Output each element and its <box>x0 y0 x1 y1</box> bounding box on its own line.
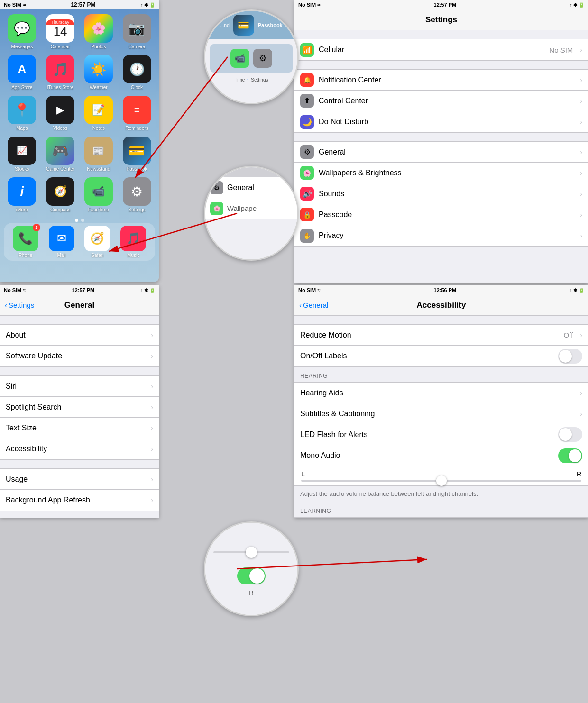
sounds-chevron: › <box>580 190 582 198</box>
settings-cell-general[interactable]: ⚙ General › <box>294 142 588 163</box>
dock-safari[interactable]: 🧭 Safari <box>84 226 110 258</box>
accessibility-title: Accessibility <box>417 301 466 310</box>
settings-cell-notifications[interactable]: 🔔 Notification Center › <box>294 70 588 91</box>
dnd-label: Do Not Disturb <box>319 118 575 126</box>
reducemotion-label: Reduce Motion <box>300 331 559 339</box>
general-back-button[interactable]: ‹ Settings <box>5 301 34 309</box>
general-cell-usage[interactable]: Usage › <box>0 469 159 490</box>
cellular-label: Cellular <box>319 46 544 54</box>
app-calendar[interactable]: Thursday 14 Calendar <box>44 14 77 49</box>
acc-cell-ledflash[interactable]: LED Flash for Alerts <box>294 424 588 445</box>
general-top-section: About › Software Update › <box>0 324 159 367</box>
spotlight-chevron: › <box>151 403 153 411</box>
controlcenter-icon: ⬆ <box>300 94 314 108</box>
dnd-icon: 🌙 <box>300 115 314 129</box>
accessibility-back-button[interactable]: ‹ General <box>299 301 328 309</box>
onofflabels-toggle[interactable] <box>558 349 582 364</box>
hearing-header: HEARING <box>294 367 588 382</box>
about-chevron: › <box>151 331 153 339</box>
section-gap-2 <box>294 61 588 69</box>
learning-header: LEARNING <box>294 502 588 517</box>
app-camera[interactable]: 📷 Camera <box>120 14 153 49</box>
dock-phone[interactable]: 📞 1 Phone <box>13 226 38 258</box>
page-dots <box>0 219 159 221</box>
audio-balance-row: L R <box>294 466 588 486</box>
reducemotion-chevron: › <box>580 331 582 339</box>
textsize-label: Text Size <box>6 424 146 432</box>
accessibility-nav-bar: ‹ General Accessibility <box>294 295 588 316</box>
app-videos[interactable]: ▶ Videos <box>44 96 77 131</box>
acc-cell-reducemotion[interactable]: Reduce Motion Off › <box>294 325 588 346</box>
settings-cell-sounds[interactable]: 🔊 Sounds › <box>294 183 588 204</box>
app-weather[interactable]: ☀️ Weather <box>83 55 115 90</box>
app-imore[interactable]: i iMore <box>6 177 38 212</box>
settings-cell-privacy[interactable]: ✋ Privacy › <box>294 225 588 246</box>
general-cell-siri[interactable]: Siri › <box>0 376 159 397</box>
slider-right-label: R <box>577 470 581 478</box>
app-gamecenter[interactable]: 🎮 Game Center <box>44 137 77 172</box>
cellular-chevron: › <box>580 46 582 54</box>
app-facetime[interactable]: 📹 FaceTime <box>83 177 115 212</box>
general-cell-softwareupdate[interactable]: Software Update › <box>0 346 159 366</box>
softwareupdate-chevron: › <box>151 352 153 360</box>
acc-section-gap-1 <box>294 316 588 324</box>
home-carrier: No SIM ≈ <box>4 2 26 8</box>
zoom-circle-1: ...nd 💳 Passbook 📹 ⚙ Time ↑ Settings <box>204 9 299 104</box>
general-cell-accessibility[interactable]: Accessibility › <box>0 438 159 459</box>
settings-cell-passcode[interactable]: 🔒 Passcode › <box>294 204 588 225</box>
accessibility-label: Accessibility <box>6 445 146 453</box>
app-reminders[interactable]: ≡ Reminders <box>120 96 153 131</box>
ledflash-toggle[interactable] <box>558 427 582 442</box>
dock-music[interactable]: 🎵 Music <box>120 226 146 258</box>
general-bottom-section: Usage › Background App Refresh › <box>0 468 159 511</box>
general-cell-bgrefresh[interactable]: Background App Refresh › <box>0 490 159 511</box>
app-newsstand[interactable]: 📰 Newsstand <box>83 137 115 172</box>
settings-cell-cellular[interactable]: 📶 Cellular No SIM › <box>294 39 588 60</box>
app-messages[interactable]: 💬 Messages <box>6 14 38 49</box>
audio-slider[interactable] <box>301 480 581 482</box>
dock-mail[interactable]: ✉ Mail <box>49 226 74 258</box>
general-label: General <box>319 148 575 156</box>
app-maps[interactable]: 📍 Maps <box>6 96 38 131</box>
acc-cell-hearingaids[interactable]: Hearing Aids › <box>294 383 588 403</box>
spotlight-label: Spotlight Search <box>6 403 146 411</box>
privacy-label: Privacy <box>319 231 575 240</box>
app-appstore[interactable]: A App Store <box>6 55 38 90</box>
notifications-icon: 🔔 <box>300 73 314 87</box>
general-cell-textsize[interactable]: Text Size › <box>0 418 159 438</box>
zoom-circle-2: ... ⚙ General 🌸 Wallpape <box>204 166 299 261</box>
phone-badge: 1 <box>33 224 40 231</box>
app-clock[interactable]: 🕐 Clock <box>120 55 153 90</box>
app-notes[interactable]: 📝 Notes <box>83 96 115 131</box>
ledflash-label: LED Flash for Alerts <box>300 430 553 439</box>
app-photos[interactable]: 🌸 Photos <box>83 14 115 49</box>
app-grid: 💬 Messages Thursday 14 Calendar 🌸 Photos… <box>0 9 159 217</box>
app-itunes[interactable]: 🎵 iTunes Store <box>44 55 77 90</box>
settings-main-panel: No SIM ≈ 12:57 PM ↑ ✱ 🔋 Settings 📶 Cellu… <box>294 0 588 283</box>
section-gap-1 <box>294 30 588 39</box>
app-compass[interactable]: 🧭 Compass <box>44 177 77 212</box>
bgrefresh-label: Background App Refresh <box>6 496 146 504</box>
app-settings[interactable]: ⚙ Settings <box>120 177 153 212</box>
general-cell-about[interactable]: About › <box>0 325 159 346</box>
acc-cell-onofflabels[interactable]: On/Off Labels <box>294 346 588 366</box>
acc-cell-subtitles[interactable]: Subtitles & Captioning › <box>294 403 588 424</box>
section-gap-3 <box>294 133 588 141</box>
monoaudio-toggle[interactable] <box>558 448 582 463</box>
acc-cell-monoaudio[interactable]: Mono Audio <box>294 445 588 466</box>
slider-thumb[interactable] <box>436 475 447 486</box>
settings-cell-wallpaper[interactable]: 🌸 Wallpapers & Brightness › <box>294 163 588 183</box>
settings-cell-dnd[interactable]: 🌙 Do Not Disturb › <box>294 111 588 132</box>
settings-cell-controlcenter[interactable]: ⬆ Control Center › <box>294 91 588 111</box>
app-passbook[interactable]: 💳 Passbook <box>120 137 153 172</box>
general-section-gap-2 <box>0 367 159 375</box>
app-stocks[interactable]: 📈 Stocks <box>6 137 38 172</box>
general-cell-spotlight[interactable]: Spotlight Search › <box>0 397 159 418</box>
dnd-chevron: › <box>580 118 582 126</box>
accessibility-back-label: General <box>303 301 328 309</box>
acc-hearing-section: Hearing Aids › Subtitles & Captioning › … <box>294 382 588 466</box>
siri-chevron: › <box>151 383 153 390</box>
wallpaper-icon: 🌸 <box>300 166 314 180</box>
accessibility-panel: No SIM ≈ 12:56 PM ↑ ✱ 🔋 ‹ General Access… <box>294 285 588 518</box>
hearingaids-chevron: › <box>580 389 582 397</box>
